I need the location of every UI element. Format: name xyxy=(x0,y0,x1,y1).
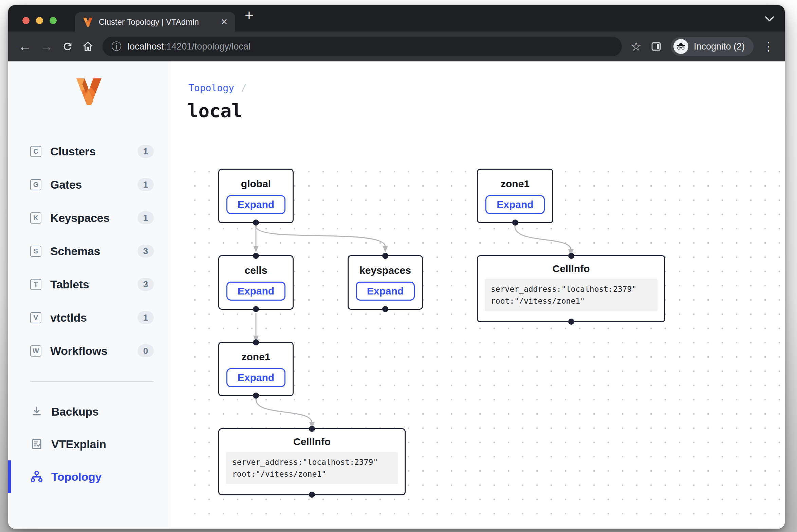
edge-zone1-cellinfo xyxy=(256,399,312,423)
count-badge: 1 xyxy=(137,145,154,158)
new-tab-button[interactable]: + xyxy=(245,8,254,23)
connection-handle xyxy=(253,306,259,312)
sidebar-nav: C Clusters 1 G Gates 1 K Keyspaces 1 S S… xyxy=(8,135,170,367)
node-zone1-bottom: zone1 Expand xyxy=(218,342,294,396)
workflows-icon: W xyxy=(30,345,41,357)
node-title: zone1 xyxy=(241,351,270,363)
sidebar-item-tablets[interactable]: T Tablets 3 xyxy=(8,268,170,301)
code-line: root:"/vitess/zone1" xyxy=(491,295,651,307)
connection-handle xyxy=(382,306,388,312)
home-icon[interactable] xyxy=(82,41,94,52)
expand-button-global[interactable]: Expand xyxy=(226,195,285,214)
sidebar: C Clusters 1 G Gates 1 K Keyspaces 1 S S… xyxy=(8,61,170,529)
back-icon[interactable]: ← xyxy=(18,40,31,53)
node-global: global Expand xyxy=(218,169,294,223)
code-line: root:"/vitess/zone1" xyxy=(232,468,392,480)
expand-button-keyspaces[interactable]: Expand xyxy=(356,282,415,301)
sidebar-item-label: Workflows xyxy=(50,344,108,358)
topology-icon xyxy=(30,470,43,483)
incognito-avatar xyxy=(673,39,688,54)
bookmark-star-icon[interactable]: ☆ xyxy=(631,40,642,53)
count-badge: 1 xyxy=(137,211,154,224)
gates-icon: G xyxy=(30,179,41,190)
forward-icon[interactable]: → xyxy=(40,40,53,53)
topology-canvas[interactable]: global Expand zone1 Expand cells Expand xyxy=(186,162,781,525)
page-title: local xyxy=(187,100,243,121)
sidebar-item-backups[interactable]: Backups xyxy=(8,395,170,428)
node-zone1-top: zone1 Expand xyxy=(477,169,553,223)
close-window-button[interactable] xyxy=(22,17,30,24)
node-title: zone1 xyxy=(501,178,530,190)
vitess-favicon-icon xyxy=(82,17,93,27)
vitess-logo[interactable] xyxy=(74,76,104,108)
sidebar-divider xyxy=(30,381,154,382)
node-title: CellInfo xyxy=(553,263,590,274)
connection-handle xyxy=(253,393,259,399)
sidebar-item-vtctlds[interactable]: V vtctlds 1 xyxy=(8,301,170,334)
browser-toolbar: ← → ⓘ localhost:14201/topology/local ☆ xyxy=(8,32,785,61)
minimize-window-button[interactable] xyxy=(36,17,43,24)
side-panel-icon[interactable] xyxy=(650,41,662,52)
browser-tab[interactable]: Cluster Topology | VTAdmin ✕ xyxy=(75,12,235,32)
url-path: :14201/topology/local xyxy=(164,41,251,52)
sidebar-item-label: Topology xyxy=(51,470,101,483)
sidebar-tools: Backups VTExplain xyxy=(8,395,170,493)
node-title: cells xyxy=(245,265,267,276)
edge-zone1top-cellinfo xyxy=(515,226,571,250)
url-text: localhost:14201/topology/local xyxy=(128,41,251,52)
connection-handle xyxy=(309,492,315,498)
connection-handle xyxy=(568,319,574,325)
url-host: localhost xyxy=(128,41,164,52)
tab-title: Cluster Topology | VTAdmin xyxy=(99,17,216,27)
node-keyspaces: keyspaces Expand xyxy=(348,255,423,310)
connection-handle xyxy=(253,220,259,226)
code-line: server_address:"localhost:2379" xyxy=(491,283,651,295)
incognito-icon xyxy=(676,42,686,51)
expand-button-cells[interactable]: Expand xyxy=(226,282,285,301)
cellinfo-code: server_address:"localhost:2379" root:"/v… xyxy=(226,452,398,484)
keyspaces-icon: K xyxy=(30,212,41,224)
fullscreen-window-button[interactable] xyxy=(50,17,57,24)
connection-handle xyxy=(382,253,388,259)
breadcrumb-topology-link[interactable]: Topology xyxy=(188,82,234,94)
sidebar-item-topology[interactable]: Topology xyxy=(8,460,170,493)
sidebar-item-label: Gates xyxy=(50,178,82,191)
sidebar-item-label: Keyspaces xyxy=(50,211,110,225)
connection-handle xyxy=(512,220,518,226)
sidebar-item-vtexplain[interactable]: VTExplain xyxy=(8,428,170,460)
sidebar-item-clusters[interactable]: C Clusters 1 xyxy=(8,135,170,168)
browser-window: Cluster Topology | VTAdmin ✕ + ← → ⓘ loc… xyxy=(8,5,785,529)
sidebar-item-label: VTExplain xyxy=(51,438,106,451)
sidebar-item-label: vtctlds xyxy=(50,311,87,324)
connection-handle xyxy=(568,253,574,259)
url-bar[interactable]: ⓘ localhost:14201/topology/local xyxy=(103,37,622,56)
close-tab-icon[interactable]: ✕ xyxy=(221,17,228,27)
node-title: global xyxy=(241,178,271,190)
browser-menu-icon[interactable]: ⋮ xyxy=(762,43,775,50)
node-title: CellInfo xyxy=(293,436,331,448)
tab-search-chevron-icon[interactable] xyxy=(764,16,775,22)
main-panel: Topology / local xyxy=(170,61,785,529)
schemas-icon: S xyxy=(30,246,41,257)
sidebar-item-label: Tablets xyxy=(50,278,89,291)
sidebar-item-workflows[interactable]: W Workflows 0 xyxy=(8,334,170,367)
connection-handle xyxy=(253,253,259,259)
connection-handle xyxy=(309,426,315,432)
reload-icon[interactable] xyxy=(62,41,73,52)
sidebar-item-keyspaces[interactable]: K Keyspaces 1 xyxy=(8,201,170,234)
backups-icon xyxy=(30,405,43,418)
sidebar-item-gates[interactable]: G Gates 1 xyxy=(8,168,170,201)
site-info-icon[interactable]: ⓘ xyxy=(111,41,122,52)
edge-global-keyspaces xyxy=(256,226,385,247)
node-cells: cells Expand xyxy=(218,255,294,310)
sidebar-item-label: Schemas xyxy=(50,245,100,258)
node-cellinfo-right: CellInfo server_address:"localhost:2379"… xyxy=(477,255,665,322)
breadcrumb: Topology / xyxy=(188,82,247,94)
count-badge: 3 xyxy=(137,245,154,258)
incognito-badge[interactable]: Incognito (2) xyxy=(671,37,754,56)
expand-button-zone1-top[interactable]: Expand xyxy=(485,195,544,214)
code-line: server_address:"localhost:2379" xyxy=(232,456,392,468)
sidebar-item-schemas[interactable]: S Schemas 3 xyxy=(8,234,170,268)
expand-button-zone1-bottom[interactable]: Expand xyxy=(226,368,285,387)
count-badge: 3 xyxy=(137,278,154,291)
